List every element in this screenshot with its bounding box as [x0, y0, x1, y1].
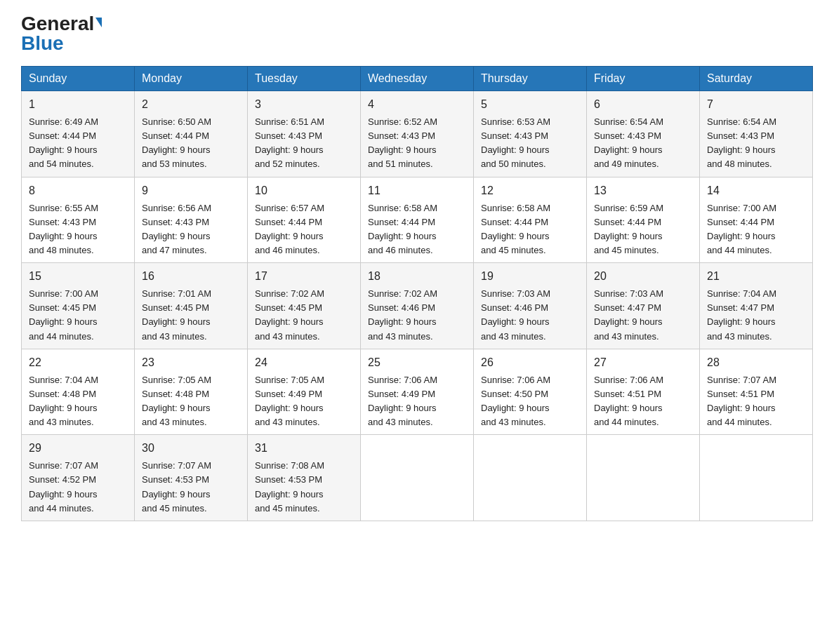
calendar-day-cell: 16 Sunrise: 7:01 AM Sunset: 4:45 PM Dayl… [135, 263, 248, 349]
day-info: Sunrise: 6:58 AM Sunset: 4:44 PM Dayligh… [368, 201, 466, 258]
day-info: Sunrise: 7:02 AM Sunset: 4:45 PM Dayligh… [255, 287, 353, 344]
calendar-table: SundayMondayTuesdayWednesdayThursdayFrid… [21, 66, 813, 521]
calendar-day-cell: 21 Sunrise: 7:04 AM Sunset: 4:47 PM Dayl… [700, 263, 813, 349]
day-number: 21 [707, 268, 805, 285]
calendar-day-cell: 3 Sunrise: 6:51 AM Sunset: 4:43 PM Dayli… [248, 91, 361, 177]
day-info: Sunrise: 7:00 AM Sunset: 4:45 PM Dayligh… [29, 287, 127, 344]
page-header: General Blue [21, 14, 813, 53]
day-info: Sunrise: 7:05 AM Sunset: 4:48 PM Dayligh… [142, 373, 240, 430]
day-info: Sunrise: 6:53 AM Sunset: 4:43 PM Dayligh… [481, 115, 579, 172]
calendar-day-cell: 1 Sunrise: 6:49 AM Sunset: 4:44 PM Dayli… [22, 91, 135, 177]
day-info: Sunrise: 6:58 AM Sunset: 4:44 PM Dayligh… [481, 201, 579, 258]
day-info: Sunrise: 7:07 AM Sunset: 4:53 PM Dayligh… [142, 459, 240, 516]
calendar-day-cell [700, 435, 813, 521]
day-info: Sunrise: 7:04 AM Sunset: 4:48 PM Dayligh… [29, 373, 127, 430]
calendar-day-cell: 29 Sunrise: 7:07 AM Sunset: 4:52 PM Dayl… [22, 435, 135, 521]
calendar-day-cell: 17 Sunrise: 7:02 AM Sunset: 4:45 PM Dayl… [248, 263, 361, 349]
day-number: 11 [368, 182, 466, 199]
day-of-week-header: Friday [587, 67, 700, 91]
day-info: Sunrise: 6:49 AM Sunset: 4:44 PM Dayligh… [29, 115, 127, 172]
day-number: 24 [255, 354, 353, 371]
calendar-day-cell: 22 Sunrise: 7:04 AM Sunset: 4:48 PM Dayl… [22, 349, 135, 435]
logo-text: General Blue [21, 14, 102, 53]
day-number: 10 [255, 182, 353, 199]
calendar-week-row: 1 Sunrise: 6:49 AM Sunset: 4:44 PM Dayli… [22, 91, 813, 177]
calendar-day-cell: 4 Sunrise: 6:52 AM Sunset: 4:43 PM Dayli… [361, 91, 474, 177]
day-info: Sunrise: 7:05 AM Sunset: 4:49 PM Dayligh… [255, 373, 353, 430]
day-of-week-header: Tuesday [248, 67, 361, 91]
day-info: Sunrise: 7:08 AM Sunset: 4:53 PM Dayligh… [255, 459, 353, 516]
day-info: Sunrise: 7:06 AM Sunset: 4:50 PM Dayligh… [481, 373, 579, 430]
day-number: 6 [594, 96, 692, 113]
day-info: Sunrise: 7:06 AM Sunset: 4:49 PM Dayligh… [368, 373, 466, 430]
calendar-day-cell: 23 Sunrise: 7:05 AM Sunset: 4:48 PM Dayl… [135, 349, 248, 435]
day-of-week-header: Sunday [22, 67, 135, 91]
day-number: 3 [255, 96, 353, 113]
calendar-day-cell: 30 Sunrise: 7:07 AM Sunset: 4:53 PM Dayl… [135, 435, 248, 521]
day-number: 8 [29, 182, 127, 199]
calendar-day-cell [474, 435, 587, 521]
calendar-week-row: 22 Sunrise: 7:04 AM Sunset: 4:48 PM Dayl… [22, 349, 813, 435]
day-info: Sunrise: 6:54 AM Sunset: 4:43 PM Dayligh… [707, 115, 805, 172]
day-number: 23 [142, 354, 240, 371]
calendar-day-cell: 5 Sunrise: 6:53 AM Sunset: 4:43 PM Dayli… [474, 91, 587, 177]
calendar-week-row: 29 Sunrise: 7:07 AM Sunset: 4:52 PM Dayl… [22, 435, 813, 521]
day-number: 1 [29, 96, 127, 113]
day-number: 5 [481, 96, 579, 113]
calendar-day-cell [361, 435, 474, 521]
day-of-week-header: Thursday [474, 67, 587, 91]
day-number: 16 [142, 268, 240, 285]
day-info: Sunrise: 6:57 AM Sunset: 4:44 PM Dayligh… [255, 201, 353, 258]
day-of-week-header: Saturday [700, 67, 813, 91]
day-info: Sunrise: 7:04 AM Sunset: 4:47 PM Dayligh… [707, 287, 805, 344]
day-info: Sunrise: 6:59 AM Sunset: 4:44 PM Dayligh… [594, 201, 692, 258]
calendar-week-row: 8 Sunrise: 6:55 AM Sunset: 4:43 PM Dayli… [22, 177, 813, 263]
calendar-day-cell: 28 Sunrise: 7:07 AM Sunset: 4:51 PM Dayl… [700, 349, 813, 435]
calendar-day-cell: 31 Sunrise: 7:08 AM Sunset: 4:53 PM Dayl… [248, 435, 361, 521]
calendar-day-cell: 11 Sunrise: 6:58 AM Sunset: 4:44 PM Dayl… [361, 177, 474, 263]
day-of-week-header: Monday [135, 67, 248, 91]
day-number: 28 [707, 354, 805, 371]
day-number: 15 [29, 268, 127, 285]
day-info: Sunrise: 7:03 AM Sunset: 4:46 PM Dayligh… [481, 287, 579, 344]
calendar-day-cell: 8 Sunrise: 6:55 AM Sunset: 4:43 PM Dayli… [22, 177, 135, 263]
day-info: Sunrise: 7:07 AM Sunset: 4:52 PM Dayligh… [29, 459, 127, 516]
calendar-day-cell: 19 Sunrise: 7:03 AM Sunset: 4:46 PM Dayl… [474, 263, 587, 349]
day-of-week-header: Wednesday [361, 67, 474, 91]
day-number: 7 [707, 96, 805, 113]
day-info: Sunrise: 7:07 AM Sunset: 4:51 PM Dayligh… [707, 373, 805, 430]
calendar-day-cell: 20 Sunrise: 7:03 AM Sunset: 4:47 PM Dayl… [587, 263, 700, 349]
day-number: 18 [368, 268, 466, 285]
calendar-day-cell: 27 Sunrise: 7:06 AM Sunset: 4:51 PM Dayl… [587, 349, 700, 435]
logo: General Blue [21, 14, 102, 53]
calendar-day-cell: 25 Sunrise: 7:06 AM Sunset: 4:49 PM Dayl… [361, 349, 474, 435]
day-info: Sunrise: 6:55 AM Sunset: 4:43 PM Dayligh… [29, 201, 127, 258]
calendar-day-cell: 12 Sunrise: 6:58 AM Sunset: 4:44 PM Dayl… [474, 177, 587, 263]
day-number: 31 [255, 440, 353, 457]
day-number: 12 [481, 182, 579, 199]
calendar-day-cell: 2 Sunrise: 6:50 AM Sunset: 4:44 PM Dayli… [135, 91, 248, 177]
day-number: 19 [481, 268, 579, 285]
day-info: Sunrise: 7:00 AM Sunset: 4:44 PM Dayligh… [707, 201, 805, 258]
day-info: Sunrise: 6:56 AM Sunset: 4:43 PM Dayligh… [142, 201, 240, 258]
day-number: 14 [707, 182, 805, 199]
day-number: 26 [481, 354, 579, 371]
day-number: 4 [368, 96, 466, 113]
day-info: Sunrise: 6:50 AM Sunset: 4:44 PM Dayligh… [142, 115, 240, 172]
day-info: Sunrise: 6:52 AM Sunset: 4:43 PM Dayligh… [368, 115, 466, 172]
day-info: Sunrise: 7:02 AM Sunset: 4:46 PM Dayligh… [368, 287, 466, 344]
calendar-day-cell: 14 Sunrise: 7:00 AM Sunset: 4:44 PM Dayl… [700, 177, 813, 263]
calendar-week-row: 15 Sunrise: 7:00 AM Sunset: 4:45 PM Dayl… [22, 263, 813, 349]
calendar-day-cell: 13 Sunrise: 6:59 AM Sunset: 4:44 PM Dayl… [587, 177, 700, 263]
calendar-day-cell: 26 Sunrise: 7:06 AM Sunset: 4:50 PM Dayl… [474, 349, 587, 435]
calendar-header-row: SundayMondayTuesdayWednesdayThursdayFrid… [22, 67, 813, 91]
calendar-day-cell: 24 Sunrise: 7:05 AM Sunset: 4:49 PM Dayl… [248, 349, 361, 435]
calendar-day-cell: 15 Sunrise: 7:00 AM Sunset: 4:45 PM Dayl… [22, 263, 135, 349]
day-info: Sunrise: 7:03 AM Sunset: 4:47 PM Dayligh… [594, 287, 692, 344]
day-info: Sunrise: 7:01 AM Sunset: 4:45 PM Dayligh… [142, 287, 240, 344]
day-number: 22 [29, 354, 127, 371]
day-number: 9 [142, 182, 240, 199]
day-number: 13 [594, 182, 692, 199]
day-number: 29 [29, 440, 127, 457]
day-info: Sunrise: 7:06 AM Sunset: 4:51 PM Dayligh… [594, 373, 692, 430]
